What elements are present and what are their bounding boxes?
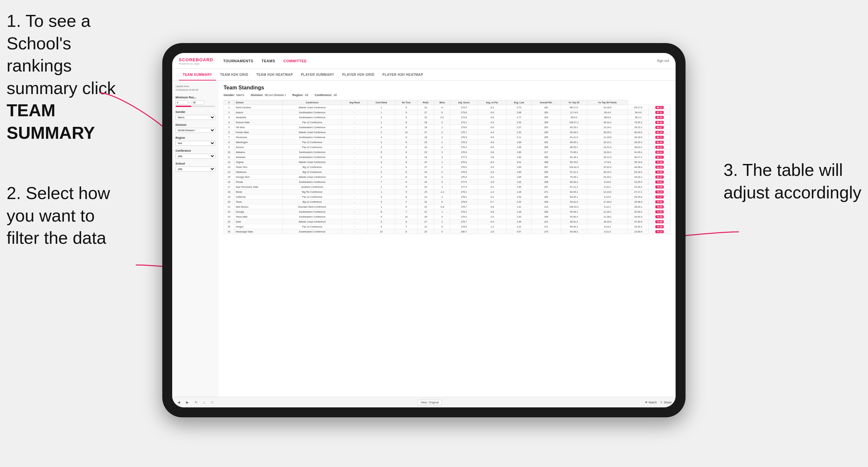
table-cell: 79-25-1	[628, 120, 649, 125]
table-cell: 267	[531, 165, 561, 169]
range-slider[interactable]	[176, 106, 215, 107]
watch-button[interactable]: 👁 Watch	[645, 401, 657, 404]
table-cell: Pac-12 Conference	[283, 224, 342, 229]
table-cell: 275.7	[450, 130, 477, 135]
table-cell: Big 12 Conference	[283, 169, 342, 175]
table-cell: 23	[224, 214, 235, 219]
nav-committee[interactable]: COMMITTEE	[283, 59, 307, 63]
table-cell: 10	[224, 150, 235, 155]
tab-team-h2h-heatmap[interactable]: TEAM H2H HEATMAP	[252, 69, 297, 81]
table-cell: New Mexico	[234, 204, 282, 209]
table-cell: 74.98	[649, 219, 671, 224]
table-cell: 19	[224, 194, 235, 199]
table-cell: 13-24-1	[587, 150, 628, 155]
table-cell: 2	[368, 145, 396, 150]
table-cell: -2.0	[477, 214, 506, 219]
table-cell: 2	[368, 130, 396, 135]
table-cell: Oregon	[234, 224, 282, 229]
table-cell: 1	[368, 105, 396, 110]
table-cell: 23	[417, 115, 434, 120]
table-cell: 3	[224, 115, 235, 120]
table-cell: Southeastern Conference	[283, 115, 342, 120]
table-filter-conference: Conference: All	[315, 93, 337, 97]
view-original-button[interactable]: View: Original	[417, 400, 442, 405]
nav-teams[interactable]: TEAMS	[261, 59, 275, 63]
col-conf-rank: Conf Rank	[368, 100, 396, 105]
sign-out-button[interactable]: Sign out	[657, 59, 669, 63]
filter-gender-select[interactable]: Men's Women's	[176, 115, 215, 120]
table-cell: Southeastern Conference	[283, 209, 342, 214]
toolbar-back-btn[interactable]: ◀	[176, 400, 182, 405]
table-cell: Southeastern Conference	[283, 180, 342, 185]
table-cell: -	[342, 120, 368, 125]
instruction-step2-line1: 2. Select how	[7, 184, 110, 203]
table-cell: 7	[224, 135, 235, 140]
table-cell: 9	[395, 219, 417, 224]
instruction-step1-bold: TEAM SUMMARY	[7, 101, 95, 143]
table-cell: 1	[434, 125, 451, 130]
table-cell: 269	[531, 214, 561, 219]
filter-conference-select[interactable]: (All)	[176, 154, 215, 159]
filter-min-input[interactable]	[176, 100, 188, 105]
table-cell: 269	[531, 199, 561, 204]
table-cell: 274.8	[450, 125, 477, 130]
table-cell: 9-24-0	[587, 180, 628, 185]
tab-player-summary[interactable]: PLAYER SUMMARY	[297, 69, 338, 81]
share-button[interactable]: ⇧ Share	[660, 401, 672, 404]
table-cell: 17	[224, 185, 235, 189]
table-cell: 3	[434, 150, 451, 155]
table-cell: East Tennessee State	[234, 185, 282, 189]
table-cell: -2.9	[477, 180, 506, 185]
filter-division-select[interactable]: NCAA Division I NCAA Division II NCAA Di…	[176, 128, 215, 133]
tab-player-h2h-heatmap[interactable]: PLAYER H2H HEATMAP	[378, 69, 427, 81]
filter-max-input[interactable]	[192, 100, 204, 105]
table-cell: 83.34	[649, 165, 671, 169]
toolbar-home-btn[interactable]: ⌂	[202, 400, 207, 405]
table-cell: 11-29-1	[587, 209, 628, 214]
table-cell: -0.4	[477, 219, 506, 224]
table-cell: 28-20-1	[628, 204, 649, 209]
table-cell: 276.3	[450, 140, 477, 145]
filter-region-select[interactable]: N/A All	[176, 141, 215, 146]
table-cell: 0.97	[506, 229, 531, 234]
table-cell: 33-25-2	[587, 130, 628, 135]
toolbar-refresh-btn[interactable]: ↻	[193, 400, 199, 405]
table-cell: 9-12-1	[587, 204, 628, 209]
table-cell: 260	[531, 194, 561, 199]
table-cell: 14	[224, 169, 235, 175]
tab-team-summary[interactable]: TEAM SUMMARY	[179, 69, 216, 81]
table-cell: Virginia	[234, 160, 282, 165]
table-cell: 33-44-3	[628, 214, 649, 219]
toolbar-share-small-btn[interactable]: □	[210, 400, 215, 405]
table-cell: -3.6	[477, 150, 506, 155]
table-cell: 21	[224, 204, 235, 209]
table-cell: -	[342, 194, 368, 199]
table-cell: 30	[417, 214, 434, 219]
table-cell: 80.71	[649, 135, 671, 140]
table-cell: -6.5	[477, 145, 506, 150]
table-cell: -1.1	[477, 224, 506, 229]
table-cell: 26	[417, 120, 434, 125]
filter-school-select[interactable]: (All)	[176, 166, 215, 172]
table-cell: 2	[434, 135, 451, 140]
table-cell: 83.27	[649, 125, 671, 130]
table-cell: 78.84	[649, 204, 671, 209]
table-cell: 278.2	[450, 194, 477, 199]
table-cell: 203	[531, 115, 561, 120]
table-cell: -	[342, 180, 368, 185]
nav-tournaments[interactable]: TOURNAMENTS	[223, 59, 253, 63]
table-cell: -	[342, 189, 368, 194]
table-row: 22GeorgiaSoutheastern Conference-8721127…	[224, 209, 671, 214]
table-cell: 24	[417, 160, 434, 165]
table-cell: -0.8	[434, 204, 451, 209]
table-cell: 59-39-1	[561, 209, 587, 214]
table-filter-division-label: Division:	[251, 93, 263, 97]
toolbar-forward-btn[interactable]: ▶	[185, 400, 190, 405]
table-cell: -	[342, 115, 368, 120]
tab-team-h2h-grid[interactable]: TEAM H2H GRID	[216, 69, 252, 81]
table-cell: 87-21-2	[561, 185, 587, 189]
table-cell: Georgia	[234, 209, 282, 214]
col-school: School	[234, 100, 282, 105]
table-cell: 78.65	[649, 169, 671, 175]
tab-player-h2h-grid[interactable]: PLAYER H2H GRID	[338, 69, 378, 81]
